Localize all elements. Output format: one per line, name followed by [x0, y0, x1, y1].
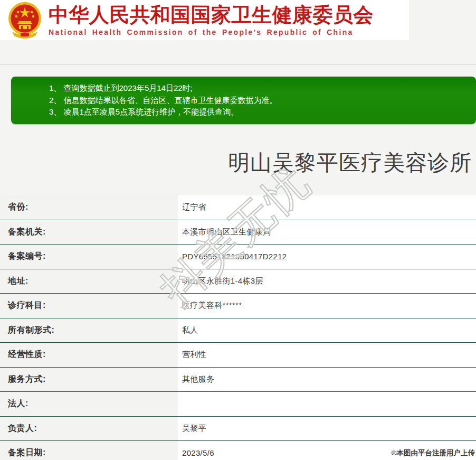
field-value: PDY65551821050417D2212	[178, 245, 476, 269]
table-row: 地址: 明山区永胜街1-4栋3层	[0, 269, 476, 294]
notice-line: 2、 信息数据结果以各省、自治区、直辖市卫生健康委数据为准。	[49, 95, 471, 107]
copyright-note: ©本图由平台注册用户上传	[392, 448, 475, 458]
notice-line: 3、 凌晨1点至凌晨5点系统进行维护，不能提供查询。	[49, 106, 471, 118]
header-title-cn: 中华人民共和国国家卫生健康委员会	[49, 3, 374, 27]
field-label: 备案机关:	[0, 220, 178, 245]
national-emblem-icon	[5, 1, 45, 40]
field-label: 地址:	[0, 269, 178, 294]
record-title: 明山吴黎平医疗美容诊所	[228, 148, 472, 177]
record-table: 省份: 辽宁省 备案机关: 本溪市明山区卫生健康局 备案编号: PDY65551…	[0, 195, 476, 460]
table-row: 负责人: 吴黎平	[0, 417, 476, 442]
table-row: 省份: 辽宁省	[0, 195, 476, 220]
notice-box: 1、 查询数据截止到2023年5月14日22时; 2、 信息数据结果以各省、自治…	[11, 77, 476, 124]
field-label: 法人:	[0, 392, 178, 416]
field-value	[178, 392, 476, 416]
notice-line: 1、 查询数据截止到2023年5月14日22时;	[49, 82, 471, 95]
field-value: 明山区永胜街1-4栋3层	[178, 269, 476, 294]
field-label: 经营性质:	[0, 343, 178, 367]
field-label: 省份:	[0, 195, 178, 220]
table-row: 诊疗科目: 医疗美容科******	[0, 294, 476, 318]
table-row: 备案机关: 本溪市明山区卫生健康局	[0, 220, 476, 245]
field-label: 诊疗科目:	[0, 294, 178, 318]
field-label: 所有制形式:	[0, 318, 178, 343]
table-row: 法人:	[0, 392, 476, 417]
field-value: 私人	[178, 318, 476, 343]
field-value: 营利性	[178, 343, 476, 367]
site-header: 中华人民共和国国家卫生健康委员会 National Health Commiss…	[0, 0, 409, 40]
table-row: 经营性质: 营利性	[0, 343, 476, 368]
table-row: 备案编号: PDY65551821050417D2212	[0, 245, 476, 269]
field-value: 医疗美容科******	[178, 294, 476, 318]
field-label: 备案编号:	[0, 245, 178, 269]
field-value: 辽宁省	[178, 195, 476, 220]
field-value: 其他服务	[178, 368, 476, 392]
header-title-en: National Health Commission of the People…	[49, 28, 374, 36]
field-label: 负责人:	[0, 417, 178, 441]
field-label: 服务方式:	[0, 368, 178, 392]
field-value: 本溪市明山区卫生健康局	[178, 220, 476, 245]
table-row: 所有制形式: 私人	[0, 318, 476, 343]
field-label: 备案日期:	[0, 441, 178, 460]
header-divider	[0, 64, 476, 65]
table-row: 服务方式: 其他服务	[0, 368, 476, 392]
field-value: 吴黎平	[178, 417, 476, 441]
